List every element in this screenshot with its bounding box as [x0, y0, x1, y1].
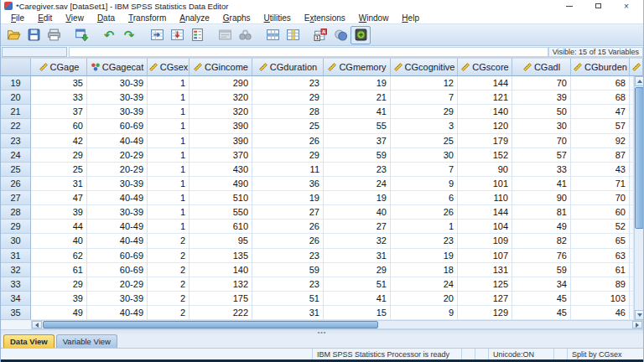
menu-item-help[interactable]: Help: [395, 13, 426, 23]
data-cell[interactable]: 19: [391, 249, 458, 263]
data-cell[interactable]: 59: [252, 263, 324, 277]
insert-variable-button[interactable]: [283, 26, 303, 44]
data-cell[interactable]: 33: [31, 90, 87, 105]
data-cell[interactable]: 30: [391, 148, 458, 163]
data-cell[interactable]: 152: [458, 148, 512, 163]
goto-case-button[interactable]: [147, 26, 167, 44]
data-cell[interactable]: 60: [571, 205, 630, 220]
data-cell[interactable]: 30-39: [87, 177, 148, 191]
menu-item-view[interactable]: View: [59, 13, 91, 23]
data-cell[interactable]: 125: [458, 277, 512, 292]
data-cell[interactable]: 510: [190, 191, 252, 205]
data-cell[interactable]: 31: [252, 306, 324, 320]
data-cell[interactable]: 41: [324, 105, 391, 119]
data-cell[interactable]: 41: [324, 292, 391, 306]
data-cell[interactable]: 1: [148, 148, 190, 163]
data-cell[interactable]: 39: [512, 90, 571, 105]
data-cell[interactable]: 39: [31, 292, 87, 306]
data-cell[interactable]: 20-29: [87, 277, 148, 292]
data-cell[interactable]: 19: [252, 191, 324, 205]
data-cell[interactable]: 71: [571, 177, 630, 191]
menu-item-edit[interactable]: Edit: [31, 13, 59, 23]
data-cell[interactable]: 107: [458, 249, 512, 263]
scroll-down-arrow-icon[interactable]: [635, 310, 644, 320]
data-cell[interactable]: 290: [190, 76, 252, 90]
column-header-cgmemory[interactable]: CGmemory: [324, 58, 391, 76]
column-header-cgduration[interactable]: CGduration: [252, 58, 324, 76]
data-cell[interactable]: 49: [512, 220, 571, 234]
value-labels-button[interactable]: A1: [310, 26, 330, 44]
data-cell[interactable]: 26: [252, 134, 324, 148]
cell-reference-box[interactable]: [2, 47, 67, 57]
row-number-cell[interactable]: 20: [1, 90, 31, 105]
data-cell[interactable]: 101: [458, 177, 512, 191]
menu-item-graphs[interactable]: Graphs: [216, 13, 257, 23]
cell-editor[interactable]: [69, 47, 548, 57]
restore-icon[interactable]: [593, 2, 603, 10]
data-cell[interactable]: 57: [571, 119, 630, 133]
data-cell[interactable]: 104: [458, 220, 512, 234]
data-cell[interactable]: 26: [252, 220, 324, 234]
data-cell[interactable]: 29: [391, 105, 458, 119]
data-cell[interactable]: 36: [252, 177, 324, 191]
data-cell[interactable]: 30-39: [87, 76, 148, 90]
data-cell[interactable]: 29: [252, 90, 324, 105]
data-cell[interactable]: 60-69: [87, 249, 148, 263]
menu-item-window[interactable]: Window: [352, 13, 396, 23]
data-cell[interactable]: 23: [252, 76, 324, 90]
row-number-cell[interactable]: 21: [1, 105, 31, 119]
variables-button[interactable]: [187, 26, 207, 44]
tab-variable-view[interactable]: Variable View: [56, 334, 117, 348]
data-cell[interactable]: 70: [512, 76, 571, 90]
data-cell[interactable]: 25: [391, 134, 458, 148]
data-cell[interactable]: 21: [324, 90, 391, 105]
data-cell[interactable]: 1: [148, 220, 190, 234]
data-cell[interactable]: 68: [571, 90, 630, 105]
data-cell[interactable]: 82: [512, 234, 571, 248]
data-cell[interactable]: 1: [148, 90, 190, 105]
data-cell[interactable]: 41: [512, 177, 571, 191]
data-cell[interactable]: 109: [458, 234, 512, 248]
data-cell[interactable]: 15: [324, 306, 391, 320]
data-cell[interactable]: 24: [391, 277, 458, 292]
data-cell[interactable]: 140: [190, 263, 252, 277]
data-cell[interactable]: 31: [31, 177, 87, 191]
data-cell[interactable]: 87: [571, 148, 630, 163]
data-cell[interactable]: 121: [458, 90, 512, 105]
goto-variable-button[interactable]: [167, 26, 187, 44]
data-cell[interactable]: 222: [190, 306, 252, 320]
data-cell[interactable]: 175: [190, 292, 252, 306]
data-cell[interactable]: 59: [324, 148, 391, 163]
data-cell[interactable]: 18: [391, 263, 458, 277]
vertical-scrollbar[interactable]: [634, 76, 644, 320]
data-cell[interactable]: 550: [190, 205, 252, 220]
data-cell[interactable]: 89: [571, 277, 630, 292]
data-cell[interactable]: 46: [571, 306, 630, 320]
data-cell[interactable]: 2: [148, 263, 190, 277]
data-cell[interactable]: 40-49: [87, 306, 148, 320]
row-number-cell[interactable]: 28: [1, 205, 31, 220]
column-header-cgadl[interactable]: CGadl: [512, 58, 571, 76]
data-cell[interactable]: 30-39: [87, 292, 148, 306]
data-cell[interactable]: 320: [190, 105, 252, 119]
data-cell[interactable]: 42: [31, 134, 87, 148]
column-header-cgage[interactable]: CGage: [31, 58, 87, 76]
data-cell[interactable]: 31: [324, 249, 391, 263]
print-button[interactable]: [44, 26, 64, 44]
data-cell[interactable]: 144: [458, 76, 512, 90]
data-cell[interactable]: 40-49: [87, 220, 148, 234]
data-cell[interactable]: 27: [324, 220, 391, 234]
data-cell[interactable]: 26: [252, 234, 324, 248]
data-cell[interactable]: 1: [391, 220, 458, 234]
menu-item-file[interactable]: File: [4, 13, 31, 23]
data-cell[interactable]: 49: [31, 306, 87, 320]
data-cell[interactable]: 57: [512, 148, 571, 163]
data-cell[interactable]: 45: [512, 306, 571, 320]
data-cell[interactable]: 132: [190, 277, 252, 292]
data-cell[interactable]: 2: [148, 277, 190, 292]
data-cell[interactable]: 23: [324, 163, 391, 177]
data-cell[interactable]: 135: [190, 249, 252, 263]
data-cell[interactable]: 390: [190, 119, 252, 133]
minimize-icon[interactable]: [564, 2, 574, 10]
data-cell[interactable]: 2: [148, 292, 190, 306]
